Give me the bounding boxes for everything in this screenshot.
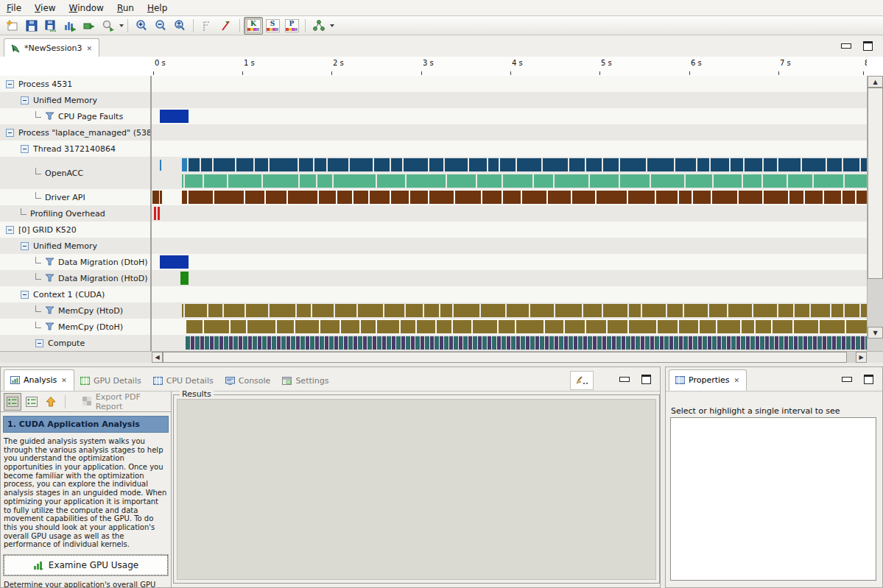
interval-bar[interactable]: [622, 336, 625, 350]
interval-bar[interactable]: [590, 174, 619, 188]
interval-bar[interactable]: [823, 336, 826, 350]
interval-bar[interactable]: [185, 174, 203, 188]
interval-bar[interactable]: [765, 336, 769, 350]
interval-bar[interactable]: [478, 336, 482, 350]
interval-bar[interactable]: [824, 191, 841, 204]
interval-bar[interactable]: [763, 174, 787, 188]
interval-bar[interactable]: [459, 336, 462, 350]
interval-bar[interactable]: [204, 320, 229, 333]
interval-bar[interactable]: [429, 191, 454, 204]
interval-bar[interactable]: [229, 336, 233, 350]
timeline-row-label[interactable]: CPU Page Faults: [0, 108, 150, 124]
interval-bar[interactable]: [545, 320, 563, 333]
interval-bar[interactable]: [764, 158, 777, 171]
interval-bar[interactable]: [647, 158, 674, 171]
analysis-tree-icon[interactable]: [309, 17, 328, 35]
interval-bar[interactable]: [773, 320, 792, 333]
interval-bar[interactable]: [572, 191, 595, 204]
filter-funnel-icon[interactable]: [45, 274, 54, 284]
interval-bar[interactable]: [503, 174, 532, 188]
interval-bar[interactable]: [410, 191, 428, 204]
interval-bar[interactable]: [820, 320, 845, 333]
interval-bar[interactable]: [736, 336, 740, 350]
interval-bar[interactable]: [714, 174, 742, 188]
tab-settings[interactable]: Settings: [276, 371, 334, 391]
interval-bar[interactable]: [555, 336, 558, 350]
interval-bar[interactable]: [160, 191, 162, 204]
interval-bar[interactable]: [521, 336, 525, 350]
back-up-icon[interactable]: [42, 393, 60, 411]
interval-bar[interactable]: [421, 336, 424, 350]
interval-bar[interactable]: [798, 336, 803, 350]
search-profile-icon[interactable]: [99, 17, 118, 35]
interval-bar[interactable]: [753, 304, 777, 317]
interval-bar[interactable]: [447, 174, 476, 188]
save-icon[interactable]: [22, 17, 41, 35]
interval-bar[interactable]: [650, 336, 654, 350]
interval-bar[interactable]: [200, 336, 204, 350]
interval-bar[interactable]: [306, 336, 309, 350]
interval-bar[interactable]: [263, 174, 298, 188]
interval-bar[interactable]: [440, 304, 452, 317]
interval-bar[interactable]: [742, 320, 754, 333]
interval-bar[interactable]: [182, 158, 187, 171]
interval-bar[interactable]: [722, 336, 726, 350]
interval-bar[interactable]: [597, 191, 627, 204]
interval-bar[interactable]: [358, 304, 383, 317]
interval-bar[interactable]: [708, 336, 711, 350]
timeline-row-label[interactable]: [0] GRID K520: [0, 222, 150, 238]
interval-bar[interactable]: [473, 320, 497, 333]
interval-bar[interactable]: [299, 158, 313, 171]
interval-bar[interactable]: [784, 336, 788, 350]
interval-bar[interactable]: [709, 304, 727, 317]
interval-bar[interactable]: [384, 304, 404, 317]
interval-bar[interactable]: [565, 320, 585, 333]
interval-bar[interactable]: [616, 336, 621, 350]
interval-bar[interactable]: [679, 191, 692, 204]
collapse-icon[interactable]: [21, 96, 29, 105]
interval-bar[interactable]: [540, 336, 544, 350]
interval-bar[interactable]: [642, 304, 666, 317]
interval-bar[interactable]: [353, 191, 368, 204]
interval-bar[interactable]: [444, 336, 448, 350]
interval-bar[interactable]: [686, 174, 712, 188]
interval-bar[interactable]: [191, 336, 194, 350]
interval-bar[interactable]: [314, 158, 326, 171]
vertical-scroll-thumb[interactable]: [868, 88, 883, 279]
stream-coloring-icon[interactable]: S: [263, 17, 282, 35]
interval-bar[interactable]: [404, 158, 428, 171]
interval-bar[interactable]: [267, 336, 271, 350]
interval-bar[interactable]: [641, 336, 644, 350]
interval-bar[interactable]: [548, 191, 571, 204]
interval-bar[interactable]: [679, 336, 683, 350]
analysis-tree-dropdown-icon[interactable]: [330, 24, 334, 27]
menu-file[interactable]: File: [0, 1, 28, 15]
interval-bar[interactable]: [775, 336, 778, 350]
interval-bar[interactable]: [481, 304, 505, 317]
interval-bar[interactable]: [564, 336, 568, 350]
interval-bar[interactable]: [350, 158, 373, 171]
interval-bar[interactable]: [492, 336, 496, 350]
marker-prev-icon[interactable]: [197, 17, 217, 35]
filter-funnel-icon[interactable]: [45, 306, 54, 316]
interval-bar[interactable]: [224, 336, 228, 350]
interval-bar[interactable]: [325, 336, 328, 350]
interval-bar[interactable]: [861, 336, 865, 350]
zoom-in-icon[interactable]: [132, 17, 151, 35]
interval-bar[interactable]: [189, 191, 213, 204]
interval-bar[interactable]: [214, 336, 219, 350]
interval-bar[interactable]: [794, 336, 798, 350]
interval-bar[interactable]: [861, 158, 867, 171]
interval-bar[interactable]: [424, 304, 439, 317]
close-icon[interactable]: ✕: [85, 45, 93, 52]
interval-bar[interactable]: [534, 174, 553, 188]
close-icon[interactable]: ✕: [60, 377, 68, 384]
interval-bar[interactable]: [374, 158, 390, 171]
menu-window[interactable]: Window: [63, 1, 110, 15]
zoom-fit-icon[interactable]: [170, 17, 189, 35]
interval-bar[interactable]: [205, 336, 209, 350]
interval-bar[interactable]: [698, 336, 702, 350]
interval-bar[interactable]: [224, 304, 245, 317]
interval-bar[interactable]: [770, 336, 774, 350]
interval-bar[interactable]: [503, 191, 521, 204]
